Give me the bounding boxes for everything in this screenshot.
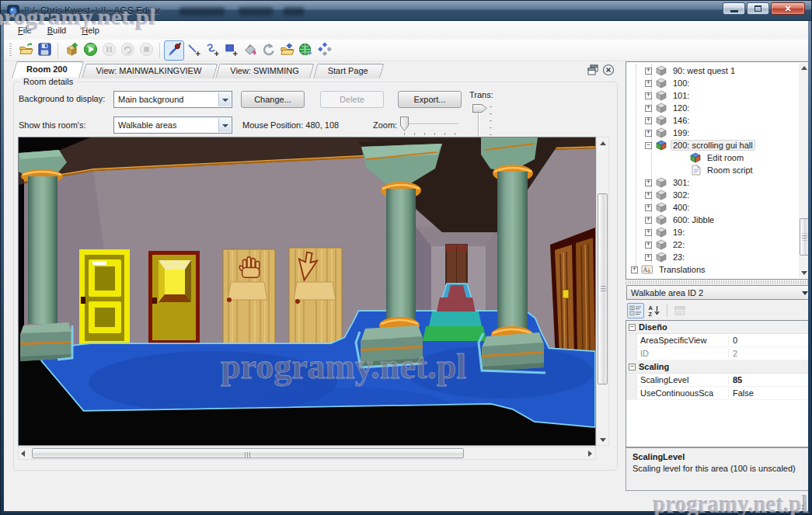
close-pane-icon[interactable] (602, 64, 615, 76)
expand-icon[interactable]: + (645, 242, 652, 249)
property-pages-button[interactable] (671, 303, 688, 318)
delete-button[interactable]: Delete (320, 91, 384, 108)
scroll-down-icon[interactable] (600, 438, 606, 442)
zoom-slider[interactable] (398, 115, 469, 137)
run-button[interactable] (81, 41, 99, 60)
property-value[interactable]: False (729, 388, 808, 398)
canvas-vertical-scrollbar[interactable] (596, 137, 609, 446)
tree-item-22[interactable]: +22: (628, 238, 798, 251)
room-canvas[interactable]: programy.net.pl (18, 137, 596, 446)
expand-icon[interactable]: + (645, 117, 652, 124)
tree-item-101[interactable]: +101: (628, 89, 798, 102)
tab-start-page[interactable]: Start Page (313, 64, 380, 78)
expand-icon[interactable]: + (645, 105, 652, 112)
show-rooms-select[interactable]: Walkable areas (113, 117, 232, 134)
tab-room-200[interactable]: Room 200 (12, 61, 79, 78)
close-button[interactable]: ✕ (771, 2, 805, 15)
property-value[interactable]: 0 (729, 336, 808, 345)
property-target-select[interactable]: Walkable area ID 2 (626, 285, 808, 300)
property-row-usecontinuoussca[interactable]: UseContinuousScaFalse (626, 387, 808, 400)
scroll-up-icon[interactable] (600, 141, 606, 145)
open-file-button[interactable] (16, 41, 35, 60)
menu-file[interactable]: File (10, 23, 40, 37)
step-button[interactable] (118, 41, 137, 60)
freehand-tool-button[interactable] (203, 41, 221, 60)
collapse-icon[interactable]: − (629, 324, 636, 331)
expand-icon[interactable]: + (645, 254, 652, 261)
tree-item-120[interactable]: +120: (628, 102, 798, 114)
tree-item-edit-room[interactable]: Edit room (628, 151, 798, 164)
expand-icon[interactable]: + (645, 179, 652, 186)
tree-item-19[interactable]: +19: (628, 226, 798, 238)
tab-view-mainwalkingview[interactable]: View: MAINWALKINGVIEW (82, 64, 214, 78)
expand-icon[interactable]: + (645, 217, 652, 224)
tree-item-146[interactable]: +146: (628, 114, 798, 127)
tree-item-199[interactable]: +199: (628, 127, 798, 139)
scroll-right-icon[interactable] (588, 451, 592, 457)
tree-item-23[interactable]: +23: (628, 251, 798, 263)
maximize-button[interactable] (747, 2, 769, 15)
save-button[interactable] (35, 41, 54, 60)
export-button[interactable] (296, 41, 315, 60)
property-value[interactable]: 85 (729, 375, 808, 385)
tree-scroll-thumb[interactable] (800, 218, 808, 256)
expand-icon[interactable]: + (645, 80, 652, 87)
menu-build[interactable]: Build (40, 23, 74, 37)
change-button[interactable]: Change... (241, 91, 305, 108)
property-row-scalinglevel[interactable]: ScalingLevel85 (626, 374, 808, 387)
tree-item-room-script[interactable]: Room script (628, 164, 798, 176)
import-room-button[interactable] (277, 41, 296, 60)
tree-item-90-west-quest-1[interactable]: +90: west quest 1 (628, 64, 798, 77)
background-select[interactable]: Main background (113, 91, 232, 108)
palette-button[interactable] (315, 41, 333, 60)
transparency-slider[interactable] (471, 103, 497, 141)
tree-item-400[interactable]: +400: (628, 201, 798, 214)
property-row-areaspecificview[interactable]: AreaSpecificView0 (626, 334, 808, 347)
tree-item-100[interactable]: +100: (628, 77, 798, 89)
expand-icon[interactable]: + (645, 192, 652, 199)
stop-button[interactable] (137, 41, 155, 60)
property-category-dise-o[interactable]: −Diseño (626, 321, 808, 334)
expand-icon[interactable]: + (645, 229, 652, 236)
tree-item-301[interactable]: +301: (628, 176, 798, 189)
undo-button[interactable] (259, 41, 277, 60)
zoom-slider-thumb[interactable] (400, 117, 409, 131)
categorized-view-button[interactable] (627, 303, 644, 318)
minimize-button[interactable] (723, 2, 745, 15)
scroll-up-icon[interactable] (801, 66, 807, 70)
pause-button[interactable] (99, 41, 118, 60)
cascade-windows-icon[interactable] (587, 64, 599, 76)
collapse-icon[interactable]: − (629, 364, 636, 371)
expand-icon[interactable]: + (645, 68, 652, 75)
resize-grip[interactable] (797, 500, 807, 510)
tree-item-302[interactable]: +302: (628, 189, 798, 201)
expand-icon[interactable]: + (645, 130, 652, 137)
property-category-scaling[interactable]: −Scaling (626, 360, 808, 374)
collapse-icon[interactable]: − (645, 142, 652, 149)
property-value[interactable]: 2 (729, 349, 808, 358)
property-row-id[interactable]: ID2 (626, 347, 808, 360)
tree-scrollbar[interactable] (799, 63, 808, 278)
select-tool-button[interactable] (164, 40, 184, 61)
rectangle-tool-button[interactable] (221, 41, 240, 60)
vertical-scroll-thumb[interactable] (598, 193, 608, 385)
alphabetical-sort-button[interactable]: AZ (646, 303, 663, 318)
horizontal-scroll-thumb[interactable] (32, 448, 464, 458)
fill-tool-button[interactable] (240, 41, 259, 60)
tab-view-swimming[interactable]: View: SWIMMING (215, 64, 310, 78)
build-exe-button[interactable] (62, 41, 81, 60)
canvas-horizontal-scrollbar[interactable] (18, 447, 596, 460)
tree-item-translations[interactable]: +AâTranslations (628, 263, 798, 276)
line-tool-button[interactable] (184, 41, 203, 60)
scroll-left-icon[interactable] (21, 451, 25, 457)
tree-item-200-scrolling-gui-hall[interactable]: −200: scrolling gui hall (628, 139, 798, 151)
panel-splitter[interactable] (626, 280, 808, 284)
export-button[interactable]: Export... (398, 91, 462, 108)
transparency-slider-thumb[interactable] (472, 104, 487, 113)
scroll-down-icon[interactable] (801, 271, 807, 275)
expand-icon[interactable]: + (645, 204, 652, 211)
expand-icon[interactable]: + (645, 92, 652, 99)
tree-item-600-jibble[interactable]: +600: Jibble (628, 214, 798, 226)
expand-icon[interactable]: + (631, 266, 638, 273)
menu-help[interactable]: Help (74, 23, 107, 37)
